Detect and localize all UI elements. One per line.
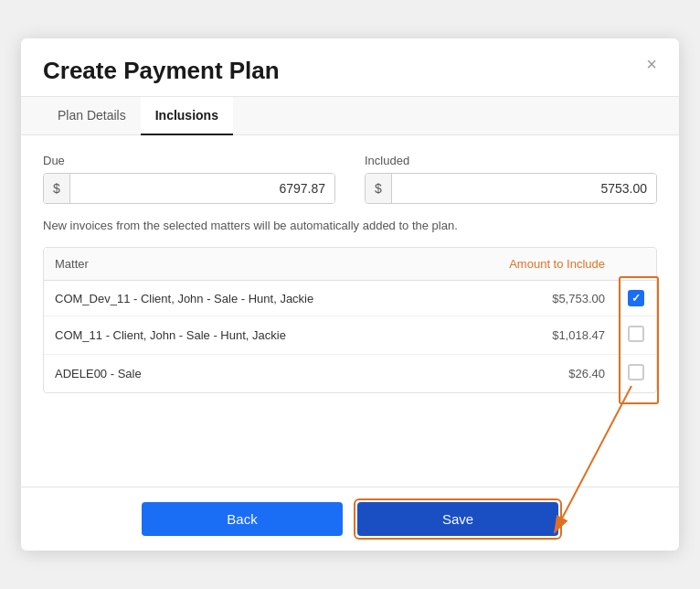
- close-button[interactable]: ×: [639, 51, 664, 77]
- due-field-group: Due $: [43, 154, 335, 204]
- notice-text: New invoices from the selected matters w…: [43, 219, 657, 232]
- table-row: COM_11 - Client, John - Sale - Hunt, Jac…: [44, 316, 656, 355]
- table-header-row: Matter Amount to Include: [44, 248, 656, 281]
- tab-inclusions[interactable]: Inclusions: [141, 97, 233, 135]
- tabs-container: Plan Details Inclusions: [21, 97, 679, 135]
- due-prefix: $: [44, 174, 70, 203]
- table-body: COM_Dev_11 - Client, John - Sale - Hunt,…: [44, 281, 656, 393]
- fields-row: Due $ Included $: [43, 154, 657, 204]
- tab-plan-details[interactable]: Plan Details: [43, 97, 141, 135]
- cell-checkbox[interactable]: [616, 316, 656, 355]
- table-wrapper: Matter Amount to Include COM_Dev_11 - Cl…: [43, 247, 657, 393]
- cell-checkbox[interactable]: [616, 355, 656, 393]
- save-button[interactable]: Save: [357, 502, 558, 536]
- cell-matter: COM_Dev_11 - Client, John - Sale - Hunt,…: [44, 281, 447, 316]
- modal-header: Create Payment Plan ×: [21, 38, 679, 97]
- col-amount: Amount to Include: [447, 248, 616, 281]
- cell-amount: $5,753.00: [447, 281, 616, 316]
- checkbox[interactable]: [628, 290, 644, 306]
- due-input-wrapper: $: [43, 173, 335, 204]
- col-matter: Matter: [44, 248, 447, 281]
- cell-amount: $26.40: [447, 355, 616, 393]
- included-prefix: $: [366, 174, 392, 203]
- included-input-wrapper: $: [365, 173, 657, 204]
- table-row: ADELE00 - Sale$26.40: [44, 355, 656, 393]
- modal-body: Due $ Included $ New invoices from the s…: [21, 135, 679, 487]
- col-check: [616, 248, 656, 281]
- cell-checkbox[interactable]: [616, 281, 656, 316]
- due-input[interactable]: [70, 174, 334, 203]
- included-input[interactable]: [392, 174, 656, 203]
- modal-footer: Back Save: [21, 487, 679, 551]
- included-field-group: Included $: [365, 154, 657, 204]
- cell-matter: ADELE00 - Sale: [44, 355, 447, 393]
- modal-title: Create Payment Plan: [43, 57, 657, 85]
- cell-matter: COM_11 - Client, John - Sale - Hunt, Jac…: [44, 316, 447, 355]
- included-label: Included: [365, 154, 657, 167]
- checkbox[interactable]: [628, 364, 644, 380]
- matters-table: Matter Amount to Include COM_Dev_11 - Cl…: [44, 248, 656, 392]
- due-label: Due: [43, 154, 335, 167]
- table-container: Matter Amount to Include COM_Dev_11 - Cl…: [43, 247, 657, 393]
- modal-container: Create Payment Plan × Plan Details Inclu…: [21, 38, 679, 551]
- cell-amount: $1,018.47: [447, 316, 616, 355]
- table-row: COM_Dev_11 - Client, John - Sale - Hunt,…: [44, 281, 656, 316]
- checkbox[interactable]: [628, 326, 644, 342]
- back-button[interactable]: Back: [142, 502, 343, 536]
